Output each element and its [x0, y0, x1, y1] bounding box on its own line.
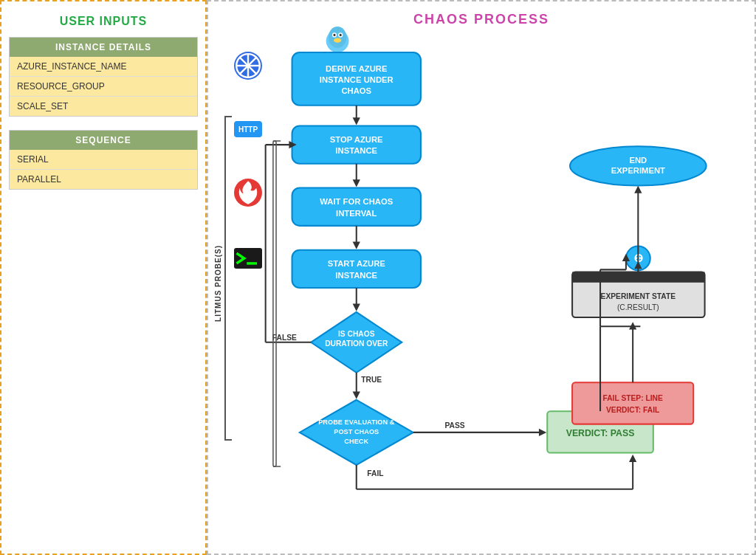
svg-marker-20 [353, 117, 360, 125]
left-panel: USER INPUTS INSTANCE DETAILS AZURE_INSTA… [0, 0, 207, 555]
svg-marker-53 [539, 429, 546, 436]
svg-text:VERDICT: PASS: VERDICT: PASS [566, 428, 635, 438]
svg-point-12 [334, 38, 341, 42]
parallel-item: PARALLEL [10, 170, 197, 189]
flowchart: DERIVE AZURE INSTANCE UNDER CHAOS STOP A… [208, 24, 755, 554]
svg-text:CHECK: CHECK [344, 438, 368, 445]
svg-text:START AZURE: START AZURE [328, 259, 386, 268]
user-inputs-title: USER INPUTS [9, 9, 198, 37]
svg-text:DURATION OVER: DURATION OVER [325, 339, 388, 348]
svg-marker-30 [353, 241, 360, 249]
svg-text:DERIVE AZURE: DERIVE AZURE [326, 64, 388, 73]
sequence-section: SEQUENCE SERIAL PARALLEL [9, 130, 198, 190]
svg-text:PROBE EVALUATION &: PROBE EVALUATION & [318, 418, 394, 426]
instance-details-section: INSTANCE DETAILS AZURE_INSTANCE_NAME RES… [9, 37, 198, 117]
svg-text:WAIT FOR CHAOS: WAIT FOR CHAOS [320, 197, 393, 206]
svg-rect-61 [572, 382, 693, 424]
svg-text:IS CHAOS: IS CHAOS [338, 330, 375, 338]
svg-rect-21 [292, 125, 421, 163]
resource-group-item: RESOURCE_GROUP [10, 77, 197, 97]
instance-name-item: AZURE_INSTANCE_NAME [10, 57, 197, 77]
svg-text:INTERVAL: INTERVAL [336, 209, 377, 218]
svg-marker-25 [353, 179, 360, 187]
svg-text:EXPERIMENT: EXPERIMENT [611, 166, 665, 175]
svg-rect-85 [273, 141, 276, 466]
svg-marker-58 [629, 455, 636, 462]
svg-text:POST CHAOS: POST CHAOS [334, 428, 379, 435]
svg-rect-69 [572, 272, 705, 282]
svg-text:INSTANCE: INSTANCE [335, 271, 377, 280]
svg-point-7 [329, 27, 347, 48]
svg-text:FAIL STEP: LINE: FAIL STEP: LINE [603, 394, 663, 402]
svg-text:EXPERIMENT STATE: EXPERIMENT STATE [601, 292, 676, 300]
svg-text:TRUE: TRUE [361, 376, 382, 384]
svg-text:CHAOS: CHAOS [341, 86, 371, 95]
svg-marker-46 [353, 391, 360, 399]
svg-rect-31 [292, 250, 421, 288]
scale-set-item: SCALE_SET [10, 97, 197, 116]
instance-details-header: INSTANCE DETAILS [10, 38, 197, 57]
svg-text:(C.RESULT): (C.RESULT) [617, 303, 659, 311]
svg-marker-35 [353, 304, 360, 311]
svg-text:END: END [629, 156, 647, 165]
sequence-header: SEQUENCE [10, 131, 197, 150]
serial-item: SERIAL [10, 150, 197, 170]
svg-point-11 [340, 34, 342, 36]
svg-text:INSTANCE UNDER: INSTANCE UNDER [320, 75, 394, 84]
right-panel: CHAOS PROCESS LITMUS PROBE(S) HTTP [207, 0, 756, 555]
svg-text:INSTANCE: INSTANCE [335, 146, 377, 155]
svg-point-10 [333, 34, 335, 36]
svg-marker-77 [634, 186, 642, 193]
svg-text:STOP AZURE: STOP AZURE [330, 135, 383, 144]
svg-text:PASS: PASS [445, 421, 465, 430]
svg-text:FAIL: FAIL [367, 469, 383, 478]
svg-text:VERDICT: FAIL: VERDICT: FAIL [606, 406, 659, 414]
svg-rect-26 [292, 188, 421, 226]
